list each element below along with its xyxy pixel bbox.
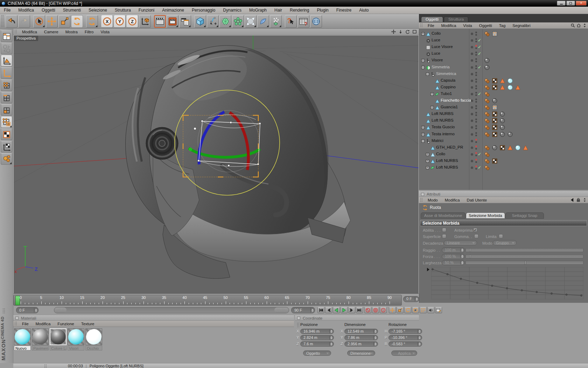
- menu-hair[interactable]: Hair: [271, 7, 286, 14]
- visibility-dot[interactable]: [471, 100, 473, 102]
- mat-menu-file[interactable]: File: [19, 322, 32, 326]
- om-menu-oggetti[interactable]: Oggetti: [476, 23, 496, 28]
- menu-dynamics[interactable]: Dynamics: [219, 7, 245, 14]
- scale-button[interactable]: [58, 15, 70, 28]
- phong-tag-icon[interactable]: [484, 98, 490, 103]
- cyan-tag-icon[interactable]: [515, 145, 520, 150]
- object-row-guancia1[interactable]: +Guancia1: [419, 104, 588, 111]
- render-dot[interactable]: [475, 161, 477, 163]
- viewport-view-label[interactable]: Prospettiva: [14, 36, 38, 41]
- status-grip[interactable]: [44, 364, 47, 368]
- visibility-dot[interactable]: [471, 146, 473, 149]
- viewport-menu-modifica[interactable]: Modifica: [19, 30, 41, 34]
- play-forward-button[interactable]: [341, 307, 348, 313]
- editor-dot[interactable]: [475, 58, 477, 60]
- undo-button[interactable]: [6, 15, 18, 28]
- object-label[interactable]: Loft NURBS: [432, 118, 454, 122]
- attributes-grip[interactable]: [420, 198, 423, 202]
- object-row-capsula[interactable]: Capsula: [419, 77, 588, 84]
- polygons-mode-button[interactable]: [1, 104, 12, 116]
- render-dot[interactable]: [475, 61, 477, 62]
- render-dot[interactable]: [475, 168, 477, 170]
- last-tool-rotate-button[interactable]: [86, 15, 98, 28]
- tri-tag-icon[interactable]: [500, 78, 505, 83]
- expand-toggle[interactable]: +: [430, 93, 434, 96]
- materials-grip[interactable]: [14, 321, 18, 326]
- object-row-luce-visore[interactable]: Luce Visore✓: [419, 44, 588, 50]
- phong-tag-icon[interactable]: [484, 145, 490, 150]
- deformer-button[interactable]: [257, 15, 269, 28]
- editor-dot[interactable]: [475, 45, 477, 47]
- visibility-dot[interactable]: [471, 160, 473, 162]
- key-rotation-button[interactable]: [404, 307, 411, 313]
- coord-field-posizione-x[interactable]: 16.946 m: [300, 329, 334, 334]
- visibility-dot[interactable]: [471, 33, 473, 35]
- object-row-coppino[interactable]: Coppino: [419, 84, 588, 91]
- coord-field-dimensione-y[interactable]: 7.86 m: [344, 335, 378, 340]
- tab-asse-di-modellazione[interactable]: Asse di Modellazione: [421, 212, 465, 219]
- vp-zoom-icon[interactable]: [398, 29, 404, 34]
- mat-tag-icon[interactable]: [484, 65, 490, 70]
- editor-dot[interactable]: [475, 98, 477, 100]
- tri-tag-icon[interactable]: [523, 145, 528, 150]
- mat-tag-icon[interactable]: [492, 145, 497, 150]
- tri-tag-icon[interactable]: [515, 85, 520, 90]
- phong-tag-icon[interactable]: [484, 91, 490, 97]
- coordinate-system-button[interactable]: [139, 15, 151, 28]
- model-mode-button[interactable]: [1, 55, 12, 67]
- enabled-check[interactable]: ✓: [478, 38, 481, 43]
- tri-tag-icon[interactable]: [507, 145, 513, 150]
- texture-axis-button[interactable]: [1, 141, 12, 152]
- mat-tag-icon[interactable]: [507, 132, 513, 137]
- render-dot[interactable]: [475, 34, 477, 36]
- redo-button[interactable]: [18, 15, 30, 28]
- render-dot[interactable]: [475, 141, 477, 143]
- sel-tag-icon[interactable]: [492, 105, 497, 110]
- toolbar-grip[interactable]: [1, 15, 4, 28]
- expand-toggle[interactable]: −: [421, 139, 425, 143]
- mat-tag-icon[interactable]: [500, 132, 505, 137]
- phong-tag-icon[interactable]: [484, 105, 490, 110]
- visibility-dot[interactable]: [471, 86, 473, 89]
- menu-mograph[interactable]: MoGraph: [245, 7, 271, 14]
- object-label[interactable]: Luce: [432, 38, 440, 42]
- content-browser-globe-button[interactable]: [310, 15, 322, 28]
- convert-button[interactable]: [1, 43, 12, 54]
- tab-struttura[interactable]: Struttura: [444, 16, 468, 22]
- forza-field[interactable]: 100 %: [442, 254, 465, 259]
- tab-oggetti[interactable]: Oggetti: [421, 16, 443, 22]
- live-selection-button[interactable]: [33, 15, 45, 28]
- render-dot[interactable]: [475, 121, 477, 123]
- editor-dot[interactable]: [475, 72, 477, 74]
- menu-finestre[interactable]: Finestre: [332, 7, 355, 14]
- object-row-matrici[interactable]: −Matrici: [419, 138, 588, 144]
- render-dot[interactable]: [475, 108, 477, 109]
- object-label[interactable]: Guancia1: [441, 105, 458, 109]
- close-button[interactable]: ×: [576, 1, 587, 6]
- lock-y-button[interactable]: Y: [114, 15, 126, 28]
- uvw-tag-icon[interactable]: [492, 132, 497, 137]
- editor-dot[interactable]: [475, 112, 477, 114]
- selected-point[interactable]: [194, 128, 196, 130]
- points-mode-button[interactable]: [1, 80, 12, 91]
- material-pavimenti[interactable]: Pavimenti: [32, 328, 49, 351]
- cyan-tag-icon[interactable]: [507, 85, 513, 90]
- object-label[interactable]: GTH_HED_PR: [436, 145, 463, 149]
- abilita-checkbox[interactable]: [442, 228, 446, 232]
- object-label[interactable]: Visore: [432, 58, 443, 62]
- object-label[interactable]: Testa interno: [432, 132, 455, 136]
- curve-expander-icon[interactable]: [427, 268, 429, 271]
- sound-button[interactable]: [427, 307, 434, 313]
- lock-x-button[interactable]: X: [101, 15, 113, 28]
- render-settings-button[interactable]: [179, 15, 191, 28]
- frame-range-slider[interactable]: ◀ 0 F 90 F ▶: [54, 307, 289, 313]
- object-row-collo[interactable]: +Collo: [419, 30, 588, 37]
- section-header[interactable]: Selezione Morbida: [420, 220, 587, 226]
- visibility-dot[interactable]: [471, 120, 473, 122]
- object-row-collo[interactable]: +Collo✓: [419, 151, 588, 158]
- range-end-cap[interactable]: 90 F ▶: [274, 307, 289, 313]
- object-label[interactable]: Simmetrica: [436, 71, 456, 76]
- decadenza-dropdown[interactable]: Lineare: [444, 240, 477, 245]
- render-picture-viewer-button[interactable]: [167, 15, 178, 28]
- expand-toggle[interactable]: +: [421, 126, 425, 129]
